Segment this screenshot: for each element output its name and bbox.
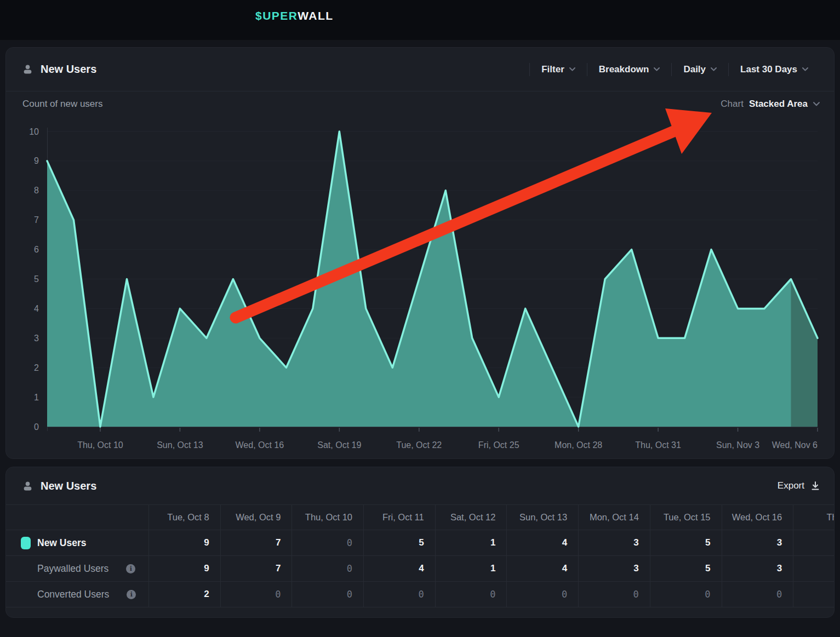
- export-button-label: Export: [778, 480, 804, 491]
- table-cell: 0: [292, 530, 364, 556]
- svg-text:Fri, Oct 25: Fri, Oct 25: [478, 440, 519, 450]
- table-cell: 0: [722, 582, 794, 607]
- svg-text:1: 1: [34, 393, 39, 402]
- svg-text:Thu, Oct 31: Thu, Oct 31: [635, 440, 681, 450]
- table-cell: 0: [507, 582, 579, 607]
- table-cell: 7: [221, 556, 293, 582]
- person-icon: [22, 481, 33, 491]
- table-column-header: Tue, Oct 15: [650, 505, 722, 530]
- svg-text:3: 3: [34, 334, 39, 343]
- table-cell: 2: [149, 582, 221, 607]
- table-cell: 0: [221, 582, 293, 607]
- info-icon[interactable]: i: [127, 590, 136, 599]
- superwall-logo: $UPERWALL: [255, 9, 334, 22]
- table-column-header: Tue, Oct 8: [149, 505, 221, 530]
- svg-text:5: 5: [34, 274, 39, 284]
- table-row-label: New Users: [6, 530, 149, 556]
- table-column-header: Mon, Oct 14: [579, 505, 650, 530]
- logo-prefix: $UPER: [255, 9, 298, 22]
- table-card-title: New Users: [41, 480, 96, 492]
- new-users-area-chart[interactable]: 012345678910Thu, Oct 10Sun, Oct 13Wed, O…: [6, 48, 835, 459]
- svg-text:Sun, Nov 3: Sun, Nov 3: [716, 440, 759, 450]
- top-app-bar: $UPERWALL: [0, 0, 840, 40]
- table-cell: 5: [650, 530, 722, 556]
- svg-text:4: 4: [34, 304, 39, 313]
- table-cell: 4: [364, 556, 436, 582]
- table-cell: 0: [436, 582, 507, 607]
- table-cell: 0: [650, 582, 722, 607]
- table-corner-cell: [6, 505, 149, 530]
- info-icon[interactable]: i: [126, 564, 135, 573]
- table-cell: 1: [436, 556, 507, 582]
- svg-text:Wed, Nov 6: Wed, Nov 6: [772, 440, 818, 450]
- svg-text:Sun, Oct 13: Sun, Oct 13: [157, 440, 203, 450]
- table-cell: 3: [579, 556, 650, 582]
- svg-text:Thu, Oct 10: Thu, Oct 10: [77, 440, 123, 450]
- table-row-label-text: New Users: [37, 537, 87, 549]
- table-row-label-text: Paywalled Users: [37, 563, 108, 575]
- table-wrap: Tue, Oct 8Wed, Oct 9Thu, Oct 10Fri, Oct …: [6, 504, 834, 607]
- svg-text:7: 7: [34, 215, 39, 225]
- table-cell: 1: [436, 530, 507, 556]
- table-row-label: Converted Usersi: [6, 582, 149, 607]
- table-cell: 9: [149, 530, 221, 556]
- table-cell: [793, 556, 835, 582]
- table-cell: 3: [579, 530, 650, 556]
- table-column-header: Thu, Oct 10: [292, 505, 364, 530]
- new-users-table-card: New Users Export Tue, Oct 8Wed, Oct 9Thu…: [5, 467, 835, 618]
- table-cell: 0: [292, 582, 364, 607]
- table-cell: 0: [364, 582, 436, 607]
- table-card-header: New Users Export: [6, 467, 834, 504]
- table-cell: 5: [364, 530, 436, 556]
- export-button[interactable]: Export: [778, 480, 820, 491]
- table-cell: 3: [722, 556, 794, 582]
- table-cell: [793, 582, 835, 607]
- svg-text:Wed, Oct 16: Wed, Oct 16: [236, 440, 284, 450]
- table-cell: 4: [507, 530, 579, 556]
- svg-text:8: 8: [34, 186, 39, 195]
- data-table: Tue, Oct 8Wed, Oct 9Thu, Oct 10Fri, Oct …: [6, 505, 834, 607]
- download-icon: [811, 481, 820, 491]
- table-column-header: Sun, Oct 13: [507, 505, 579, 530]
- svg-text:Tue, Oct 22: Tue, Oct 22: [396, 440, 442, 450]
- svg-text:6: 6: [34, 245, 39, 254]
- table-cell: 0: [292, 556, 364, 582]
- table-cell: 3: [722, 530, 794, 556]
- table-column-header: Wed, Oct 9: [221, 505, 293, 530]
- table-cell: 9: [149, 556, 221, 582]
- table-row-label: Paywalled Usersi: [6, 556, 149, 582]
- table-column-header: Fri, Oct 11: [364, 505, 436, 530]
- table-cell: 0: [579, 582, 650, 607]
- table-cell: [793, 530, 835, 556]
- svg-text:10: 10: [29, 127, 39, 136]
- table-column-header: Thu, O: [793, 505, 835, 530]
- svg-text:Sat, Oct 19: Sat, Oct 19: [317, 440, 361, 450]
- new-users-chart-card: New Users Filter Breakdown Daily Last 30…: [5, 47, 835, 459]
- svg-text:2: 2: [34, 363, 39, 372]
- svg-text:9: 9: [34, 156, 39, 165]
- svg-text:Mon, Oct 28: Mon, Oct 28: [555, 440, 602, 450]
- table-cell: 7: [221, 530, 293, 556]
- svg-text:0: 0: [34, 422, 39, 432]
- table-row-label-text: Converted Users: [37, 589, 109, 600]
- table-cell: 5: [650, 556, 722, 582]
- table-column-header: Sat, Oct 12: [436, 505, 507, 530]
- table-column-header: Wed, Oct 16: [722, 505, 794, 530]
- logo-suffix: WALL: [298, 9, 333, 22]
- table-cell: 4: [507, 556, 579, 582]
- series-swatch: [21, 537, 31, 549]
